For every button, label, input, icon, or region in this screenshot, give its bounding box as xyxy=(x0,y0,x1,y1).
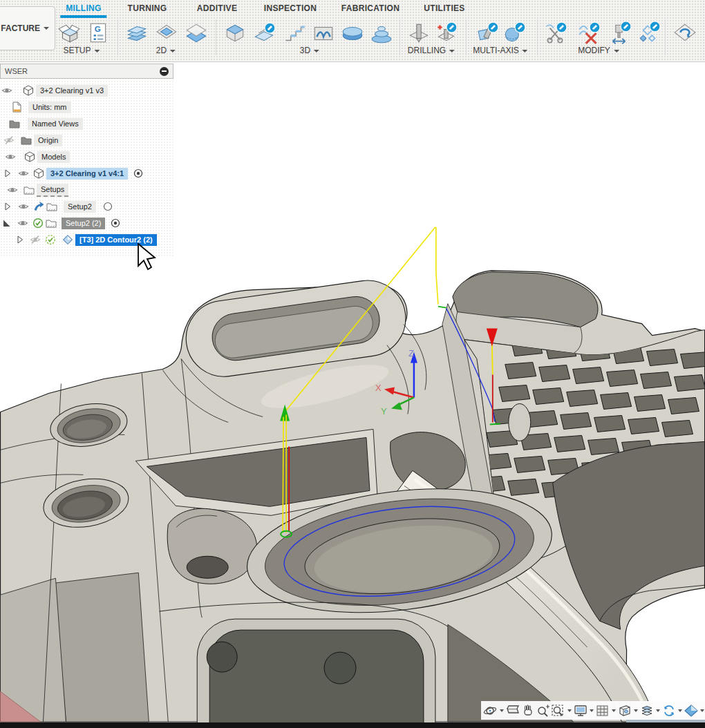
component-icon xyxy=(33,168,44,179)
expand-triangle-icon[interactable] xyxy=(2,168,13,179)
empty-circle-icon[interactable] xyxy=(102,201,113,212)
drill-pattern-icon[interactable] xyxy=(434,21,459,46)
tree-label[interactable]: Named Views xyxy=(28,118,83,130)
eye-icon[interactable] xyxy=(17,218,28,229)
tree-item-2d-contour2[interactable]: [T3] 2D Contour2 (2) xyxy=(15,232,157,247)
modify-group-label[interactable]: MODIFY xyxy=(578,46,619,55)
tree-item-setups[interactable]: Setups xyxy=(7,182,68,198)
divider xyxy=(118,19,118,55)
folder-icon xyxy=(9,118,20,129)
environment-icon[interactable] xyxy=(684,704,699,718)
divider xyxy=(665,19,666,55)
2d-face-icon[interactable] xyxy=(184,21,209,46)
eye-icon[interactable] xyxy=(18,168,29,179)
trim-toolpath-icon[interactable] xyxy=(543,21,568,46)
3d-flat-icon[interactable] xyxy=(340,21,365,46)
tab-additive[interactable]: ADDITIVE xyxy=(197,3,237,13)
radio-target-icon[interactable] xyxy=(133,168,144,179)
pattern-toolpath-icon[interactable] xyxy=(636,21,661,46)
chevron-down-icon[interactable] xyxy=(612,709,616,712)
chevron-down-icon[interactable] xyxy=(700,709,704,712)
3d-adaptive-icon[interactable] xyxy=(223,21,247,46)
2d-pocket-icon[interactable] xyxy=(154,21,179,46)
collapse-triangle-icon[interactable] xyxy=(1,218,12,229)
chevron-down-icon[interactable] xyxy=(634,709,638,712)
tab-inspection[interactable]: INSPECTION xyxy=(264,3,317,13)
triad-x-label: X xyxy=(375,383,382,394)
fit-icon[interactable] xyxy=(551,704,566,718)
eye-off-icon[interactable] xyxy=(30,234,41,245)
tree-label[interactable]: Setup2 (2) xyxy=(62,218,105,229)
tree-label[interactable]: Models xyxy=(37,151,70,163)
eye-off-icon[interactable] xyxy=(3,135,15,146)
refresh-icon[interactable] xyxy=(661,704,677,718)
tab-turning[interactable]: TURNING xyxy=(128,3,167,13)
tree-item-named-views[interactable]: Named Views xyxy=(9,116,83,131)
expand-triangle-icon[interactable] xyxy=(15,234,26,245)
viewports-icon[interactable] xyxy=(617,704,632,718)
multiaxis-group-label[interactable]: MULTI-AXIS xyxy=(473,46,527,55)
view-navigation-bar xyxy=(481,701,705,720)
delete-passes-icon[interactable] xyxy=(576,21,601,46)
tree-item-origin[interactable]: Origin xyxy=(3,133,62,148)
triad-z-label: Z xyxy=(408,348,414,358)
browser-collapse-button[interactable] xyxy=(160,67,169,76)
visual-style-icon[interactable] xyxy=(639,704,655,718)
3d-morph-icon[interactable] xyxy=(369,21,394,46)
3d-scallop-icon[interactable] xyxy=(311,21,336,46)
drill-icon[interactable] xyxy=(406,21,431,46)
drilling-group-label[interactable]: DRILLING xyxy=(408,46,455,55)
tree-label[interactable]: Units: mm xyxy=(28,102,71,113)
tree-item-model-instance[interactable]: 3+2 Clearing v1 v4:1 xyxy=(2,166,144,181)
chevron-down-icon[interactable] xyxy=(678,709,682,712)
tab-fabrication[interactable]: FABRICATION xyxy=(341,3,400,13)
tree-label[interactable]: Setup2 xyxy=(64,201,96,213)
chevron-down-icon[interactable] xyxy=(500,709,504,712)
chevron-down-icon xyxy=(95,50,100,52)
mouse-cursor xyxy=(137,243,158,272)
orbit-icon[interactable] xyxy=(483,704,498,718)
2d-group-label[interactable]: 2D xyxy=(156,46,176,55)
chevron-down-icon xyxy=(170,50,176,52)
tree-label[interactable]: 3+2 Clearing v1 v3 xyxy=(36,85,108,97)
zoom-icon[interactable] xyxy=(536,704,551,718)
grid-settings-icon[interactable] xyxy=(595,704,610,718)
tree-item-units[interactable]: Units: mm xyxy=(11,99,71,115)
chevron-down-icon[interactable] xyxy=(656,709,660,712)
divider xyxy=(216,19,216,55)
tree-label[interactable]: Setups xyxy=(37,184,68,197)
pan-icon[interactable] xyxy=(520,704,536,718)
multiaxis-swarf-icon[interactable] xyxy=(476,21,500,46)
chevron-down-icon[interactable] xyxy=(567,709,572,712)
eye-icon[interactable] xyxy=(5,151,16,162)
browser-title: WSER xyxy=(5,67,28,75)
tree-item-setup2-2[interactable]: Setup2 (2) xyxy=(1,215,121,231)
display-settings-icon[interactable] xyxy=(573,704,588,718)
3d-group-label[interactable]: 3D xyxy=(300,46,319,55)
2d-adaptive-icon[interactable] xyxy=(124,21,149,46)
setup-group-label[interactable]: SETUP xyxy=(63,46,100,55)
tree-label[interactable]: Origin xyxy=(34,135,62,146)
tree-label[interactable]: 3+2 Clearing v1 v4:1 xyxy=(46,168,128,180)
workspace-selector-button[interactable]: FACTURE xyxy=(0,6,55,50)
look-at-icon[interactable] xyxy=(505,704,520,718)
chevron-down-icon[interactable] xyxy=(590,709,594,712)
tab-milling[interactable]: MILLING xyxy=(66,3,101,13)
multiaxis-flow-icon[interactable] xyxy=(502,21,527,46)
3d-pocket-icon[interactable] xyxy=(252,21,277,46)
tab-utilities[interactable]: UTILITIES xyxy=(424,3,464,13)
radio-target-icon[interactable] xyxy=(110,218,121,229)
tree-item-models[interactable]: Models xyxy=(5,149,70,164)
new-setup-icon[interactable] xyxy=(57,21,82,46)
tree-item-setup2[interactable]: Setup2 xyxy=(2,199,113,214)
3d-steps-icon[interactable] xyxy=(282,21,307,46)
tree-item-document[interactable]: 3+2 Clearing v1 v3 xyxy=(1,83,108,98)
eye-icon[interactable] xyxy=(7,184,18,195)
tool-shift-icon[interactable] xyxy=(607,21,632,46)
divider xyxy=(466,19,467,55)
eye-icon[interactable] xyxy=(1,85,12,96)
expand-triangle-icon[interactable] xyxy=(2,201,13,212)
gcode-post-icon[interactable]: G xyxy=(86,21,111,46)
eye-icon[interactable] xyxy=(18,201,29,212)
simulate-icon[interactable] xyxy=(673,21,697,46)
